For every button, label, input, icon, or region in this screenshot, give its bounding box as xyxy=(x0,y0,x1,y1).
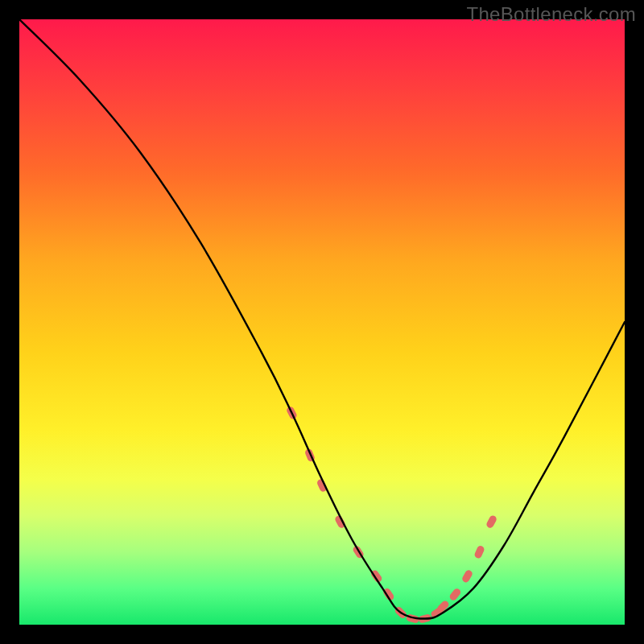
plot-area xyxy=(19,19,625,625)
highlight-dots xyxy=(286,406,498,624)
bottleneck-curve xyxy=(19,19,625,618)
watermark-text: TheBottleneck.com xyxy=(466,3,636,26)
highlight-dot xyxy=(485,514,497,529)
highlight-dot xyxy=(461,569,474,584)
chart-stage: TheBottleneck.com xyxy=(0,0,644,644)
curve-layer xyxy=(19,19,625,625)
highlight-dot xyxy=(473,545,485,559)
